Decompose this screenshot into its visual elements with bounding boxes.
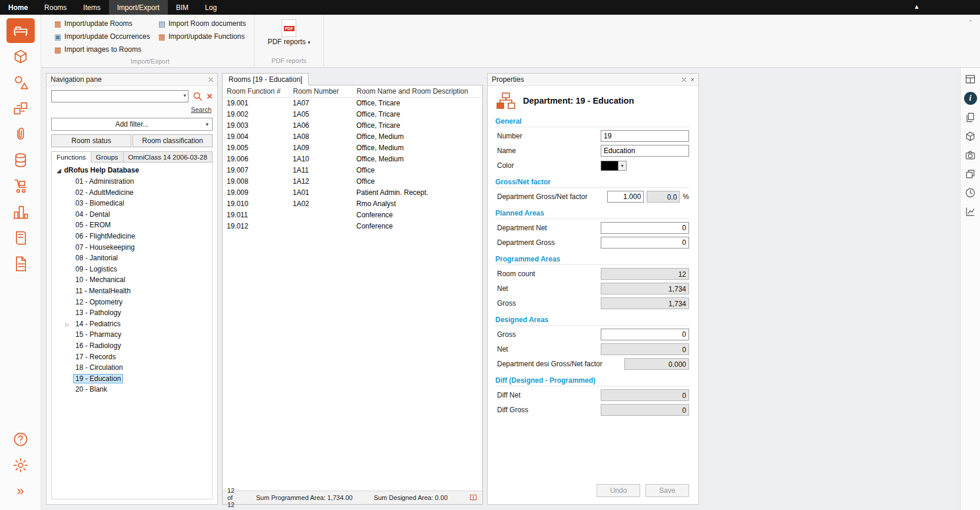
tree-root-node[interactable]: ◢dRofus Help Database — [52, 165, 212, 176]
occurrences-icon[interactable] — [6, 96, 35, 121]
documents-stack-icon[interactable] — [964, 111, 976, 124]
tab-omniclass[interactable]: OmniClass 14 2006-03-28 — [123, 151, 213, 162]
menu-item-home[interactable]: Home — [0, 0, 36, 15]
tree-item[interactable]: 05 - EROM — [52, 220, 212, 231]
undo-button[interactable]: Undo — [597, 484, 640, 497]
color-dropdown-icon[interactable]: ▾ — [618, 161, 627, 171]
tree-item[interactable]: 02 - AdultMedicine — [52, 187, 212, 198]
tree-item[interactable]: 11 - MentalHealth — [52, 286, 212, 297]
tree-item[interactable]: 20 - Blank — [52, 384, 212, 395]
settings-icon[interactable] — [6, 453, 35, 478]
name-field[interactable] — [601, 145, 689, 157]
tree-item[interactable]: 03 - Biomedical — [52, 198, 212, 209]
tree-item[interactable]: 10 - Mechanical — [52, 274, 212, 286]
table-row[interactable]: 19.0011A07Office, Tricare97.000.00Not cr… — [223, 98, 482, 109]
table-row[interactable]: 19.0081A12Office12.000.00Not created — [223, 176, 482, 187]
copies-icon[interactable] — [964, 168, 976, 180]
buildings-icon[interactable] — [6, 200, 35, 224]
pin-icon[interactable]: ⛌ — [681, 76, 686, 84]
reports-icon[interactable] — [6, 226, 35, 250]
history-icon[interactable] — [964, 187, 976, 199]
department-net-field[interactable] — [601, 222, 689, 234]
table-row[interactable]: 19.0051A09Office, Medium20.000.00Not cre… — [223, 143, 482, 154]
import-update-rooms-button[interactable]: ▦ Import/update Rooms — [52, 18, 153, 29]
close-icon[interactable]: × — [691, 76, 694, 83]
pin-icon[interactable]: ⛌ — [208, 76, 213, 84]
database-icon[interactable] — [6, 148, 35, 173]
designed-gross-field[interactable] — [601, 329, 689, 340]
tab-functions[interactable]: Functions — [51, 151, 91, 163]
tree-item[interactable]: 17 - Records — [52, 352, 212, 363]
column-header[interactable]: Room Name and Room Description — [352, 85, 482, 98]
rooms-icon[interactable] — [6, 18, 35, 43]
tree-item[interactable]: 18 - Circulation — [52, 362, 212, 373]
menu-item-items[interactable]: Items — [75, 0, 108, 15]
menu-item-import-export[interactable]: Import/Export — [109, 0, 168, 15]
table-row[interactable]: 19.0101A02Rmo Analyst323.000.00Not creat… — [223, 198, 482, 210]
tab-groups[interactable]: Groups — [91, 151, 124, 162]
ribbon-collapse-icon[interactable]: ˆ — [969, 19, 972, 27]
camera-icon[interactable] — [964, 149, 976, 161]
layout-panels-icon[interactable] — [964, 73, 976, 85]
menu-item-rooms[interactable]: Rooms — [36, 0, 75, 15]
tree-item[interactable]: ▷14 - Pediatrics — [52, 319, 212, 330]
tree-item[interactable]: 19 - Education — [52, 373, 212, 385]
design-icon[interactable] — [6, 70, 35, 95]
import-update-occurrences-button[interactable]: ▣ Import/update Occurrences — [52, 31, 153, 42]
measure-chart-icon[interactable] — [964, 206, 976, 218]
tree-item[interactable]: 08 - Janitorial — [52, 253, 212, 264]
package-icon[interactable] — [964, 130, 976, 143]
chevron-down-icon[interactable]: ▾ — [184, 92, 187, 98]
import-update-functions-button[interactable]: ▦ Import/update Functions — [156, 31, 249, 42]
room-classification-button[interactable]: Room classification — [133, 134, 213, 147]
search-link[interactable]: Search — [191, 106, 211, 113]
collapse-icon[interactable]: ◢ — [57, 167, 61, 174]
tree-item[interactable]: 06 - FlightMedicine — [52, 231, 212, 242]
menu-item-log[interactable]: Log — [197, 0, 225, 15]
tree-item[interactable]: 07 - Housekeeping — [52, 242, 212, 253]
tree-item[interactable]: 09 - Logistics — [52, 264, 212, 275]
import-images-to-rooms-button[interactable]: ▩ Import images to Rooms — [52, 44, 153, 55]
chevron-up-icon[interactable]: ▲ — [913, 3, 920, 10]
table-row[interactable]: 19.011Conference400.000.00Not created — [223, 210, 482, 221]
log-book-icon[interactable] — [469, 494, 478, 502]
documents-icon[interactable] — [6, 251, 35, 276]
expand-rail-icon[interactable]: » — [6, 479, 35, 504]
bim-model-icon[interactable] — [6, 44, 35, 69]
menu-item-bim[interactable]: BIM — [168, 0, 197, 15]
room-status-button[interactable]: Room status — [51, 134, 131, 147]
number-field[interactable] — [601, 130, 689, 142]
search-input[interactable] — [51, 90, 188, 102]
table-row[interactable]: 19.0091A01Patient Admin. Recept.215.000.… — [223, 187, 482, 198]
gross-net-factor-field[interactable] — [607, 191, 644, 203]
tree-item[interactable]: 01 - Administration — [52, 176, 212, 187]
tree-item[interactable]: 16 - Radiology — [52, 340, 212, 352]
tree-item[interactable]: 04 - Dental — [52, 209, 212, 220]
table-row[interactable]: 19.012Conference400.000.00Not created — [223, 221, 482, 232]
logistics-icon[interactable] — [6, 174, 35, 198]
table-row[interactable]: 19.0061A10Office, Medium20.000.00Not cre… — [223, 154, 482, 165]
table-row[interactable]: 19.0041A08Office, Medium20.000.00Not cre… — [223, 131, 482, 143]
department-gross-field[interactable] — [601, 237, 689, 249]
table-header-row: Room Function # Room Number Room Name an… — [223, 85, 482, 98]
attachments-icon[interactable] — [6, 122, 35, 147]
color-swatch[interactable] — [601, 161, 618, 171]
tree-item[interactable]: 15 - Pharmacy — [52, 329, 212, 340]
table-row[interactable]: 19.0031A06Office, Tricare118.000.00Not c… — [223, 120, 482, 131]
table-row[interactable]: 19.0021A05Office, Tricare97.000.00Not cr… — [223, 109, 482, 120]
clear-search-icon[interactable]: × — [207, 91, 213, 101]
table-row[interactable]: 19.0071A11Office12.000.00Not created — [223, 165, 482, 176]
search-icon[interactable] — [193, 91, 203, 101]
column-header[interactable]: Room Number — [289, 85, 352, 98]
tab-rooms-education[interactable]: Rooms [19 - Education] — [222, 73, 309, 85]
import-room-documents-button[interactable]: ▤ Import Room documents — [156, 18, 249, 29]
column-header[interactable]: Room Function # — [223, 85, 289, 98]
tree-item[interactable]: 13 - Pathology — [52, 307, 212, 319]
add-filter-button[interactable]: Add filter... ▾ — [51, 118, 213, 131]
expand-icon[interactable]: ▷ — [65, 319, 69, 330]
save-button[interactable]: Save — [645, 484, 689, 497]
help-icon[interactable] — [6, 427, 35, 452]
tree-item[interactable]: 12 - Optometry — [52, 297, 212, 308]
pdf-reports-button[interactable]: PDF PDF reports ▾ — [260, 18, 317, 46]
info-icon[interactable]: i — [964, 92, 977, 105]
